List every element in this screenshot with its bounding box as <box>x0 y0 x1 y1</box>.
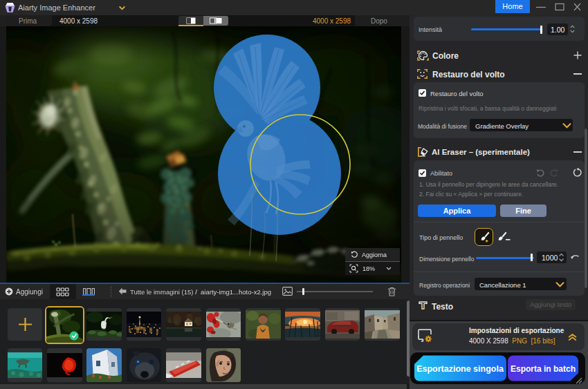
svg-text:Esporta in batch: Esporta in batch <box>511 364 576 374</box>
svg-text:Esportazione singola: Esportazione singola <box>416 364 504 374</box>
